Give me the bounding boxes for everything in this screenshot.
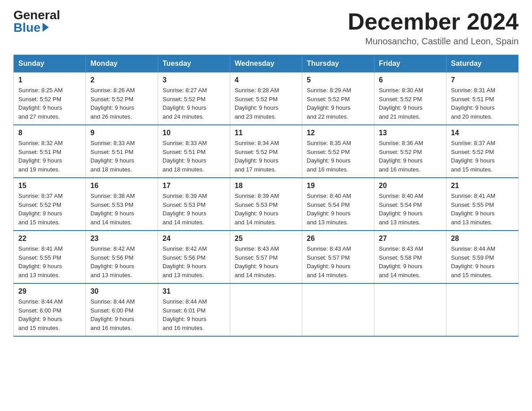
calendar-cell: 21Sunrise: 8:41 AMSunset: 5:55 PMDayligh… (446, 178, 519, 231)
calendar-cell: 24Sunrise: 8:42 AMSunset: 5:56 PMDayligh… (158, 231, 230, 283)
calendar-cell: 30Sunrise: 8:44 AMSunset: 6:00 PMDayligh… (86, 283, 158, 336)
calendar-week-row: 22Sunrise: 8:41 AMSunset: 5:55 PMDayligh… (14, 231, 519, 283)
day-info: Sunrise: 8:33 AMSunset: 5:51 PMDaylight:… (163, 139, 225, 174)
calendar-cell: 31Sunrise: 8:44 AMSunset: 6:01 PMDayligh… (158, 283, 230, 336)
calendar-cell: 2Sunrise: 8:26 AMSunset: 5:52 PMDaylight… (86, 73, 158, 125)
calendar-cell (230, 283, 302, 336)
day-header-tuesday: Tuesday (158, 55, 230, 73)
day-number: 22 (18, 235, 81, 243)
calendar-cell: 6Sunrise: 8:30 AMSunset: 5:52 PMDaylight… (374, 73, 446, 125)
day-info: Sunrise: 8:37 AMSunset: 5:52 PMDaylight:… (18, 192, 81, 227)
calendar-cell (374, 283, 446, 336)
day-number: 5 (307, 76, 369, 84)
page-header: General Blue December 2024 Munosancho, C… (13, 9, 519, 47)
day-number: 8 (18, 129, 81, 137)
logo-arrow-icon (43, 23, 49, 32)
day-info: Sunrise: 8:40 AMSunset: 5:54 PMDaylight:… (307, 192, 369, 227)
day-number: 26 (307, 235, 369, 243)
day-number: 31 (163, 287, 225, 295)
calendar-cell: 5Sunrise: 8:29 AMSunset: 5:52 PMDaylight… (302, 73, 374, 125)
day-info: Sunrise: 8:41 AMSunset: 5:55 PMDaylight:… (18, 244, 81, 279)
day-number: 13 (379, 129, 442, 137)
day-number: 17 (163, 182, 225, 190)
day-info: Sunrise: 8:35 AMSunset: 5:52 PMDaylight:… (307, 139, 369, 174)
day-info: Sunrise: 8:44 AMSunset: 6:01 PMDaylight:… (163, 297, 225, 332)
day-number: 24 (163, 235, 225, 243)
calendar-week-row: 8Sunrise: 8:32 AMSunset: 5:51 PMDaylight… (14, 125, 519, 178)
day-info: Sunrise: 8:31 AMSunset: 5:51 PMDaylight:… (451, 86, 514, 121)
calendar-cell: 20Sunrise: 8:40 AMSunset: 5:54 PMDayligh… (374, 178, 446, 231)
calendar-cell: 17Sunrise: 8:39 AMSunset: 5:53 PMDayligh… (158, 178, 230, 231)
day-number: 28 (451, 235, 514, 243)
day-info: Sunrise: 8:39 AMSunset: 5:53 PMDaylight:… (235, 192, 297, 227)
day-info: Sunrise: 8:44 AMSunset: 6:00 PMDaylight:… (18, 297, 81, 332)
calendar-cell: 4Sunrise: 8:28 AMSunset: 5:52 PMDaylight… (230, 73, 302, 125)
day-info: Sunrise: 8:44 AMSunset: 6:00 PMDaylight:… (90, 297, 153, 332)
calendar-cell: 15Sunrise: 8:37 AMSunset: 5:52 PMDayligh… (14, 178, 86, 231)
calendar-cell (446, 283, 519, 336)
day-number: 29 (18, 287, 81, 295)
day-header-sunday: Sunday (14, 55, 86, 73)
day-number: 16 (90, 182, 153, 190)
day-number: 23 (90, 235, 153, 243)
calendar-cell: 9Sunrise: 8:33 AMSunset: 5:51 PMDaylight… (86, 125, 158, 178)
calendar-week-row: 1Sunrise: 8:25 AMSunset: 5:52 PMDaylight… (14, 73, 519, 125)
day-number: 27 (379, 235, 442, 243)
day-number: 9 (90, 129, 153, 137)
day-number: 25 (235, 235, 297, 243)
calendar-cell: 27Sunrise: 8:43 AMSunset: 5:58 PMDayligh… (374, 231, 446, 283)
day-info: Sunrise: 8:42 AMSunset: 5:56 PMDaylight:… (90, 244, 153, 279)
calendar-cell: 13Sunrise: 8:36 AMSunset: 5:52 PMDayligh… (374, 125, 446, 178)
day-info: Sunrise: 8:34 AMSunset: 5:52 PMDaylight:… (235, 139, 297, 174)
day-header-thursday: Thursday (302, 55, 374, 73)
day-number: 20 (379, 182, 442, 190)
calendar-cell: 10Sunrise: 8:33 AMSunset: 5:51 PMDayligh… (158, 125, 230, 178)
day-number: 7 (451, 76, 514, 84)
day-info: Sunrise: 8:38 AMSunset: 5:53 PMDaylight:… (90, 192, 153, 227)
calendar-cell: 1Sunrise: 8:25 AMSunset: 5:52 PMDaylight… (14, 73, 86, 125)
day-number: 3 (163, 76, 225, 84)
day-info: Sunrise: 8:32 AMSunset: 5:51 PMDaylight:… (18, 139, 81, 174)
day-info: Sunrise: 8:39 AMSunset: 5:53 PMDaylight:… (163, 192, 225, 227)
day-info: Sunrise: 8:28 AMSunset: 5:52 PMDaylight:… (235, 86, 297, 121)
calendar-cell: 25Sunrise: 8:43 AMSunset: 5:57 PMDayligh… (230, 231, 302, 283)
day-info: Sunrise: 8:43 AMSunset: 5:57 PMDaylight:… (235, 244, 297, 279)
calendar-cell: 23Sunrise: 8:42 AMSunset: 5:56 PMDayligh… (86, 231, 158, 283)
day-info: Sunrise: 8:37 AMSunset: 5:52 PMDaylight:… (451, 139, 514, 174)
day-number: 6 (379, 76, 442, 84)
day-header-monday: Monday (86, 55, 158, 73)
calendar-cell (302, 283, 374, 336)
day-info: Sunrise: 8:44 AMSunset: 5:59 PMDaylight:… (451, 244, 514, 279)
day-number: 14 (451, 129, 514, 137)
calendar-cell: 14Sunrise: 8:37 AMSunset: 5:52 PMDayligh… (446, 125, 519, 178)
calendar-cell: 7Sunrise: 8:31 AMSunset: 5:51 PMDaylight… (446, 73, 519, 125)
day-info: Sunrise: 8:29 AMSunset: 5:52 PMDaylight:… (307, 86, 369, 121)
month-year-title: December 2024 (348, 9, 519, 34)
calendar-cell: 29Sunrise: 8:44 AMSunset: 6:00 PMDayligh… (14, 283, 86, 336)
day-info: Sunrise: 8:30 AMSunset: 5:52 PMDaylight:… (379, 86, 442, 121)
day-number: 12 (307, 129, 369, 137)
day-header-friday: Friday (374, 55, 446, 73)
calendar-cell: 11Sunrise: 8:34 AMSunset: 5:52 PMDayligh… (230, 125, 302, 178)
calendar-cell: 3Sunrise: 8:27 AMSunset: 5:52 PMDaylight… (158, 73, 230, 125)
day-number: 30 (90, 287, 153, 295)
day-info: Sunrise: 8:27 AMSunset: 5:52 PMDaylight:… (163, 86, 225, 121)
calendar-cell: 26Sunrise: 8:43 AMSunset: 5:57 PMDayligh… (302, 231, 374, 283)
day-number: 21 (451, 182, 514, 190)
day-number: 19 (307, 182, 369, 190)
calendar-table: SundayMondayTuesdayWednesdayThursdayFrid… (13, 55, 519, 337)
day-number: 2 (90, 76, 153, 84)
title-block: December 2024 Munosancho, Castille and L… (348, 9, 519, 47)
calendar-week-row: 15Sunrise: 8:37 AMSunset: 5:52 PMDayligh… (14, 178, 519, 231)
day-header-saturday: Saturday (446, 55, 519, 73)
calendar-cell: 19Sunrise: 8:40 AMSunset: 5:54 PMDayligh… (302, 178, 374, 231)
day-info: Sunrise: 8:40 AMSunset: 5:54 PMDaylight:… (379, 192, 442, 227)
calendar-cell: 8Sunrise: 8:32 AMSunset: 5:51 PMDaylight… (14, 125, 86, 178)
calendar-cell: 28Sunrise: 8:44 AMSunset: 5:59 PMDayligh… (446, 231, 519, 283)
day-info: Sunrise: 8:41 AMSunset: 5:55 PMDaylight:… (451, 192, 514, 227)
calendar-week-row: 29Sunrise: 8:44 AMSunset: 6:00 PMDayligh… (14, 283, 519, 336)
day-number: 15 (18, 182, 81, 190)
day-number: 10 (163, 129, 225, 137)
day-number: 4 (235, 76, 297, 84)
day-info: Sunrise: 8:43 AMSunset: 5:57 PMDaylight:… (307, 244, 369, 279)
